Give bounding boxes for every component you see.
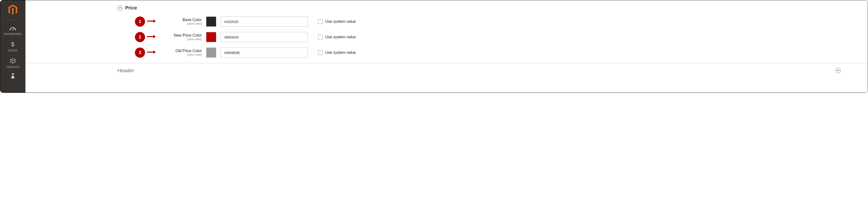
field-scope: [store view]	[187, 22, 202, 26]
old-price-color-input[interactable]	[221, 48, 308, 58]
annotation-badge-3: 3	[135, 48, 145, 58]
sidebar-item-sales[interactable]: $ SALES	[0, 39, 25, 55]
color-swatch-base[interactable]	[206, 17, 216, 27]
sidebar-item-label: CATALOG	[6, 65, 20, 68]
use-system-value-checkbox[interactable]	[318, 50, 323, 55]
field-label: Old Price Color	[176, 49, 202, 53]
arrow-right-icon	[147, 50, 156, 55]
annotation-badge-2: 2	[135, 32, 145, 42]
section-title: Header	[118, 68, 134, 73]
section-divider	[25, 63, 868, 63]
use-system-value-checkbox[interactable]	[318, 35, 323, 39]
person-icon	[11, 73, 15, 79]
svg-text:$: $	[11, 41, 14, 48]
sidebar-divider	[6, 20, 19, 20]
chevron-up-icon	[837, 69, 839, 71]
main-content: Price 1 Base Color [store view] Use syst…	[25, 0, 868, 93]
svg-point-3	[12, 73, 14, 75]
use-system-value-label: Use system value	[325, 20, 356, 24]
field-scope: [store view]	[187, 37, 202, 41]
sidebar-item-catalog[interactable]: CATALOG	[0, 55, 25, 72]
use-system-value-label: Use system value	[325, 35, 356, 39]
use-system-value-checkbox[interactable]	[318, 19, 323, 24]
sidebar-item-label: DASHBOARD	[4, 32, 22, 35]
arrow-right-icon	[147, 34, 156, 40]
color-swatch-new-price[interactable]	[206, 32, 216, 42]
gauge-icon	[9, 26, 16, 31]
admin-sidebar: DASHBOARD $ SALES CATALOG	[0, 0, 25, 93]
sidebar-item-label: SALES	[8, 49, 18, 52]
field-row-new-price-color: 2 New Price Color [store view] Use syste…	[118, 32, 853, 42]
cube-icon	[10, 58, 16, 64]
color-swatch-old-price[interactable]	[206, 48, 216, 58]
field-label: New Price Color	[174, 33, 202, 37]
chevron-up-icon	[119, 7, 122, 9]
field-row-old-price-color: 3 Old Price Color [store view] Use syste…	[118, 48, 853, 58]
svg-point-1	[12, 30, 13, 31]
new-price-color-input[interactable]	[221, 32, 308, 42]
use-system-value-label: Use system value	[325, 51, 356, 55]
field-scope: [store view]	[187, 53, 202, 57]
field-label: Base Color	[183, 18, 202, 22]
collapse-toggle-price[interactable]	[118, 5, 123, 11]
sidebar-item-dashboard[interactable]: DASHBOARD	[0, 24, 25, 39]
base-color-input[interactable]	[221, 17, 308, 27]
arrow-right-icon	[147, 19, 156, 24]
sidebar-item-customers[interactable]	[0, 72, 25, 83]
field-row-base-color: 1 Base Color [store view] Use system val…	[118, 17, 853, 27]
dollar-icon: $	[11, 41, 15, 48]
collapse-toggle-header[interactable]	[835, 68, 841, 73]
section-title: Price	[125, 5, 137, 11]
magento-logo[interactable]	[8, 3, 18, 20]
section-header-header[interactable]: Header	[25, 68, 853, 73]
annotation-badge-1: 1	[135, 17, 145, 27]
section-price-header: Price	[118, 5, 853, 11]
